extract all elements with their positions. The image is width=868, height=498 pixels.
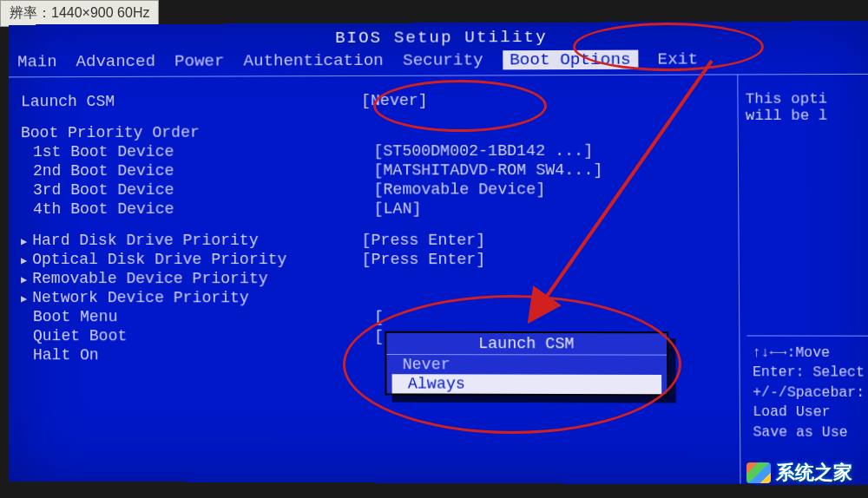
boot-priority-header: Boot Priority Order	[21, 122, 728, 141]
boot-device-3[interactable]: 3rd Boot Device [Removable Device]	[21, 180, 729, 199]
tab-exit[interactable]: Exit	[657, 49, 698, 69]
hdd-priority[interactable]: Hard Disk Drive Priority [Press Enter]	[21, 232, 729, 249]
tab-advanced[interactable]: Advanced	[76, 52, 155, 71]
watermark-logo-icon	[746, 462, 771, 483]
tab-boot-options[interactable]: Boot Options	[503, 50, 638, 70]
tab-power[interactable]: Power	[174, 52, 224, 71]
network-priority[interactable]: Network Device Priority	[21, 289, 730, 307]
popup-option-never[interactable]: Never	[386, 355, 667, 375]
popup-option-always[interactable]: Always	[392, 374, 662, 394]
boot-device-1[interactable]: 1st Boot Device [ST500DM002-1BD142 ...]	[21, 141, 729, 161]
tab-authentication[interactable]: Authentication	[244, 51, 384, 71]
settings-pane: Launch CSM [Never] Boot Priority Order 1…	[9, 75, 741, 483]
help-pane: This opti will be l ↑↓←→:Move Enter: Sel…	[738, 75, 868, 484]
help-text-2: will be l	[746, 107, 868, 124]
popup-title: Launch CSM	[386, 333, 667, 356]
launch-csm-popup: Launch CSM Never Always	[385, 331, 668, 396]
monitor-resolution-label: 辨率：1440×900 60Hz	[0, 0, 159, 27]
bios-screen: BIOS Setup Utility Main Advanced Power A…	[9, 21, 868, 485]
boot-menu[interactable]: Boot Menu [	[21, 308, 730, 326]
watermark-text: 系统之家	[776, 460, 852, 486]
menu-bar: Main Advanced Power Authentication Secur…	[9, 47, 868, 77]
boot-device-2[interactable]: 2nd Boot Device [MATSHITADVD-ROM SW4...]	[21, 161, 729, 180]
setting-launch-csm[interactable]: Launch CSM [Never]	[21, 91, 728, 111]
removable-priority[interactable]: Removable Device Priority	[21, 270, 730, 288]
help-keys: ↑↓←→:Move Enter: Select +/-/Spacebar: Lo…	[747, 335, 868, 449]
odd-priority[interactable]: Optical Disk Drive Priority [Press Enter…	[21, 251, 730, 268]
watermark: 系统之家	[746, 460, 852, 486]
boot-device-4[interactable]: 4th Boot Device [LAN]	[21, 200, 729, 218]
launch-csm-label: Launch CSM	[21, 92, 361, 110]
tab-security[interactable]: Security	[403, 50, 483, 69]
bios-title: BIOS Setup Utility	[9, 21, 868, 50]
help-text-1: This opti	[746, 90, 868, 108]
tab-main[interactable]: Main	[17, 52, 57, 71]
launch-csm-value: [Never]	[361, 91, 728, 109]
